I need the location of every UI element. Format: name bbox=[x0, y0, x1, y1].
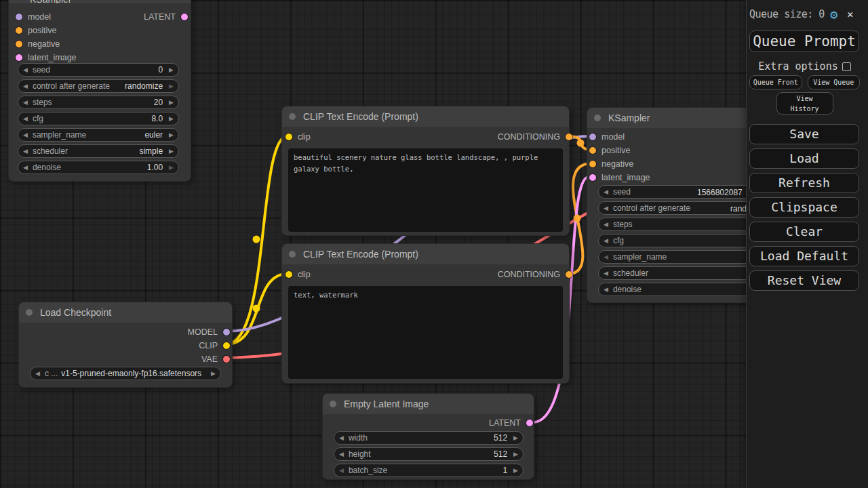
reset-view-button[interactable]: Reset View bbox=[749, 270, 859, 291]
decrement-arrow-icon[interactable]: ◀ bbox=[599, 251, 613, 263]
increment-arrow-icon[interactable]: ▶ bbox=[164, 161, 178, 174]
settings-gear-icon[interactable]: ⚙ bbox=[830, 7, 837, 21]
widget-ckpt-name[interactable]: ◀ c ... v1-5-pruned-emaonly-fp16.safeten… bbox=[30, 367, 221, 380]
widget-height[interactable]: ◀ height 512 ▶ bbox=[334, 447, 524, 461]
decrement-arrow-icon[interactable]: ◀ bbox=[599, 267, 613, 279]
latent-port-dot[interactable] bbox=[526, 420, 533, 426]
increment-arrow-icon[interactable]: ▶ bbox=[164, 129, 178, 141]
output-port-model[interactable]: MODEL bbox=[188, 325, 230, 339]
decrement-arrow-icon[interactable]: ◀ bbox=[18, 145, 33, 157]
clip-port-dot[interactable] bbox=[285, 271, 292, 278]
decrement-arrow-icon[interactable]: ◀ bbox=[18, 129, 33, 141]
queue-prompt-button[interactable]: Queue Prompt bbox=[749, 30, 859, 52]
decrement-arrow-icon[interactable]: ◀ bbox=[599, 218, 613, 230]
collapse-dot[interactable] bbox=[289, 251, 296, 258]
node-ksampler-left[interactable]: KSampler model positive negative latent_… bbox=[8, 0, 191, 182]
node-title-bar[interactable]: Empty Latent Image bbox=[323, 394, 534, 414]
close-icon[interactable]: ✕ bbox=[847, 8, 853, 20]
view-history-button[interactable]: View History bbox=[776, 92, 833, 115]
increment-arrow-icon[interactable]: ▶ bbox=[164, 145, 178, 157]
refresh-button[interactable]: Refresh bbox=[749, 173, 859, 193]
increment-arrow-icon[interactable]: ▶ bbox=[164, 96, 178, 108]
vae-port-dot[interactable] bbox=[223, 356, 230, 363]
collapse-dot[interactable] bbox=[594, 115, 601, 121]
view-queue-button[interactable]: View Queue bbox=[808, 75, 861, 89]
node-title-bar[interactable]: CLIP Text Encode (Prompt) bbox=[282, 244, 569, 264]
increment-arrow-icon[interactable]: ▶ bbox=[509, 464, 523, 476]
node-title-bar[interactable]: Load Checkpoint bbox=[19, 302, 232, 323]
negative-port-dot[interactable] bbox=[16, 41, 22, 47]
widget-seed[interactable]: ◀ seed 0 ▶ bbox=[18, 63, 179, 77]
previous-arrow-icon[interactable]: ◀ bbox=[31, 367, 45, 380]
node-clip-text-encode-positive[interactable]: CLIP Text Encode (Prompt) clip CONDITION… bbox=[281, 106, 570, 236]
input-port-clip[interactable]: clip bbox=[285, 130, 311, 144]
prompt-text-area[interactable]: beautiful scenery nature glass bottle la… bbox=[288, 148, 563, 232]
decrement-arrow-icon[interactable]: ◀ bbox=[18, 96, 33, 108]
negative-port-dot[interactable] bbox=[589, 161, 596, 167]
collapse-dot[interactable] bbox=[330, 401, 336, 407]
input-port-clip[interactable]: clip bbox=[285, 268, 311, 281]
extra-options-checkbox[interactable] bbox=[842, 62, 851, 71]
positive-port-dot[interactable] bbox=[589, 147, 596, 154]
node-load-checkpoint[interactable]: Load Checkpoint MODEL CLIP VAE ◀ c ... v… bbox=[18, 302, 233, 388]
input-port-negative[interactable]: negative bbox=[16, 37, 60, 51]
increment-arrow-icon[interactable]: ▶ bbox=[509, 432, 523, 444]
decrement-arrow-icon[interactable]: ◀ bbox=[599, 202, 613, 214]
clear-button[interactable]: Clear bbox=[749, 222, 859, 242]
input-port-positive[interactable]: positive bbox=[589, 144, 630, 157]
input-port-latent-image[interactable]: latent_image bbox=[589, 171, 650, 184]
model-port-dot[interactable] bbox=[223, 329, 230, 336]
output-port-clip[interactable]: CLIP bbox=[199, 339, 230, 352]
widget-steps[interactable]: ◀ steps 20 ▶ bbox=[18, 96, 179, 109]
output-port-conditioning[interactable]: CONDITIONING bbox=[498, 130, 572, 144]
node-graph-canvas[interactable]: KSampler model positive negative latent_… bbox=[0, 0, 868, 488]
queue-front-button[interactable]: Queue Front bbox=[749, 75, 802, 89]
increment-arrow-icon[interactable]: ▶ bbox=[164, 113, 178, 125]
prompt-text-area[interactable]: text, watermark bbox=[288, 286, 563, 379]
next-arrow-icon[interactable]: ▶ bbox=[206, 367, 220, 380]
node-clip-text-encode-negative[interactable]: CLIP Text Encode (Prompt) clip CONDITION… bbox=[281, 243, 570, 384]
load-default-button[interactable]: Load Default bbox=[749, 246, 859, 266]
node-title-bar[interactable]: CLIP Text Encode (Prompt) bbox=[282, 106, 569, 127]
model-port-dot[interactable] bbox=[589, 134, 596, 140]
latent-image-port-dot[interactable] bbox=[16, 54, 22, 61]
load-button[interactable]: Load bbox=[749, 148, 859, 169]
widget-denoise[interactable]: ◀ denoise 1.00 ▶ bbox=[18, 161, 179, 174]
positive-port-dot[interactable] bbox=[16, 27, 22, 34]
input-port-model[interactable]: model bbox=[16, 10, 51, 24]
decrement-arrow-icon[interactable]: ◀ bbox=[18, 113, 33, 125]
model-port-dot[interactable] bbox=[16, 14, 22, 20]
decrement-arrow-icon[interactable]: ◀ bbox=[18, 64, 33, 76]
clipspace-button[interactable]: Clipspace bbox=[749, 197, 859, 218]
collapse-dot[interactable] bbox=[26, 309, 33, 316]
input-port-negative[interactable]: negative bbox=[589, 157, 633, 171]
widget-cfg[interactable]: ◀ cfg 8.0 ▶ bbox=[18, 112, 179, 125]
latent-image-port-dot[interactable] bbox=[589, 174, 596, 181]
input-port-latent-image[interactable]: latent_image bbox=[16, 51, 77, 64]
conditioning-port-dot[interactable] bbox=[566, 134, 572, 140]
output-port-vae[interactable]: VAE bbox=[201, 352, 230, 366]
clip-port-dot[interactable] bbox=[285, 134, 292, 140]
widget-control-after-generate[interactable]: ◀ control after generate randomize ▶ bbox=[18, 79, 179, 93]
decrement-arrow-icon[interactable]: ◀ bbox=[599, 283, 613, 296]
output-port-latent[interactable]: LATENT bbox=[489, 416, 533, 430]
output-port-latent[interactable]: LATENT bbox=[144, 10, 188, 24]
widget-scheduler[interactable]: ◀ scheduler simple ▶ bbox=[18, 144, 179, 158]
decrement-arrow-icon[interactable]: ◀ bbox=[334, 448, 349, 460]
conditioning-port-dot[interactable] bbox=[566, 271, 572, 278]
increment-arrow-icon[interactable]: ▶ bbox=[509, 448, 523, 460]
decrement-arrow-icon[interactable]: ◀ bbox=[599, 235, 613, 247]
decrement-arrow-icon[interactable]: ◀ bbox=[18, 161, 33, 174]
save-button[interactable]: Save bbox=[749, 124, 859, 144]
decrement-arrow-icon[interactable]: ◀ bbox=[18, 80, 33, 92]
collapse-dot[interactable] bbox=[289, 113, 296, 120]
node-title-bar[interactable]: KSampler bbox=[9, 0, 191, 3]
decrement-arrow-icon[interactable]: ◀ bbox=[334, 432, 349, 444]
increment-arrow-icon[interactable]: ▶ bbox=[164, 64, 178, 76]
decrement-arrow-icon[interactable]: ◀ bbox=[599, 186, 613, 198]
input-port-model[interactable]: model bbox=[589, 130, 625, 144]
decrement-arrow-icon[interactable]: ◀ bbox=[334, 464, 349, 476]
widget-sampler-name[interactable]: ◀ sampler_name euler ▶ bbox=[18, 128, 179, 142]
clip-port-dot[interactable] bbox=[223, 342, 230, 349]
widget-width[interactable]: ◀ width 512 ▶ bbox=[334, 431, 524, 445]
